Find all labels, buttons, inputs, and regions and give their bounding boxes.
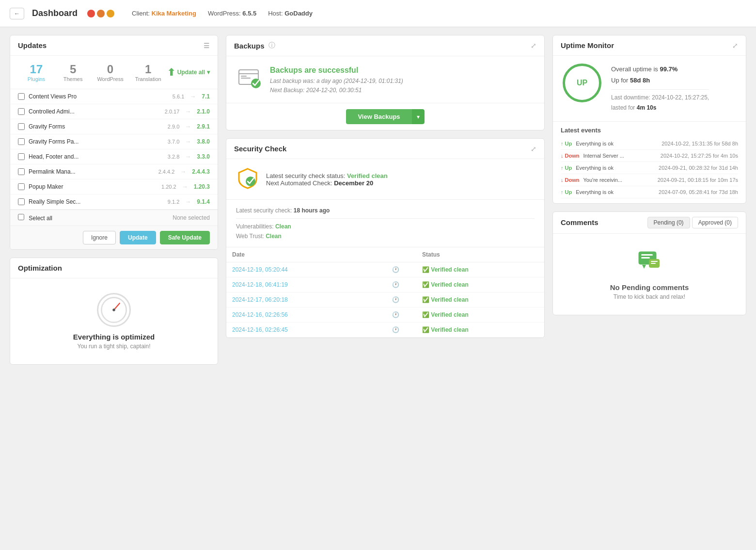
pending-tab[interactable]: Pending (0) (647, 217, 690, 228)
plugins-label: Plugins (24, 76, 49, 82)
check-status: ✅ Verified clean (416, 262, 544, 277)
version-arrow-icon: → (185, 123, 191, 130)
back-button[interactable]: ← (10, 8, 24, 19)
event-row: ↑ Up Everything is ok 2024-10-22, 15:31:… (561, 138, 738, 150)
events-section: Latest events ↑ Up Everything is ok 2024… (553, 122, 746, 203)
security-details: Latest security check: 18 hours ago Vuln… (226, 200, 544, 247)
security-expand-icon[interactable]: ⤢ (531, 145, 536, 153)
select-all-label[interactable]: Select all (18, 214, 52, 222)
optimization-title: Optimization (18, 264, 62, 272)
clock-icon: 🕐 (375, 292, 416, 307)
optimization-card: Optimization Everything is optimized You… (10, 258, 218, 365)
plugin-from-version: 2.4.4.2 (158, 169, 175, 175)
backup-checkmark-icon (238, 66, 262, 95)
plugin-checkbox[interactable] (18, 93, 25, 100)
check-date[interactable]: 2024-12-18, 06:41:19 (226, 277, 375, 292)
event-desc: Internal Server ... (583, 153, 657, 159)
latest-check-row: Latest security check: 18 hours ago (236, 206, 535, 215)
stat-translation[interactable]: 1 Translation (129, 61, 167, 84)
check-date[interactable]: 2024-12-16, 02:26:45 (226, 323, 375, 338)
event-desc: You're receivin... (583, 177, 654, 183)
plugin-checkbox[interactable] (18, 153, 25, 160)
up-for: Up for 58d 8h (611, 75, 709, 86)
dot-orange1 (97, 10, 105, 17)
plugin-checkbox[interactable] (18, 198, 25, 205)
plugin-from-version: 2.0.17 (165, 109, 180, 114)
version-arrow-icon: → (182, 183, 188, 190)
backups-title: Backups (234, 42, 265, 50)
security-check-row: 2024-12-16, 02:26:45 🕐 ✅ Verified clean (226, 323, 544, 338)
info-icon[interactable]: ⓘ (268, 41, 275, 50)
svg-point-3 (112, 308, 115, 311)
check-date[interactable]: 2024-12-16, 02:26:56 (226, 307, 375, 323)
view-backups-dropdown[interactable]: ▾ (412, 109, 425, 124)
translation-label: Translation (135, 76, 161, 82)
plugin-checkbox[interactable] (18, 168, 25, 175)
plugin-name: Gravity Forms (29, 123, 164, 130)
latest-check-label: Latest security check: (236, 207, 292, 214)
vulnerabilities-label: Vulnerabilities: (236, 223, 274, 230)
plugin-checkbox[interactable] (18, 108, 25, 115)
topbar-meta: Client: Kika Marketing WordPress: 6.5.5 … (132, 10, 313, 17)
security-title: Security Check (234, 145, 286, 153)
last-backup-label: Last backup was: (270, 78, 316, 84)
plugin-name: Controlled Admi... (29, 108, 161, 115)
wp-meta: WordPress: 6.5.5 (208, 10, 256, 17)
ignore-button[interactable]: Ignore (83, 231, 116, 244)
event-desc: Everything is ok (576, 141, 658, 146)
backups-card: Backups ⓘ ⤢ Backups ar (226, 35, 545, 130)
optimization-header: Optimization (10, 258, 218, 278)
plugin-checkbox[interactable] (18, 123, 25, 130)
page-title: Dashboard (32, 8, 78, 18)
select-all-row: Select all None selected (10, 210, 218, 226)
approved-tab[interactable]: Approved (0) (692, 217, 738, 228)
gauge-circle (97, 293, 131, 327)
plugin-checkbox[interactable] (18, 138, 25, 145)
uptime-expand-icon[interactable]: ⤢ (732, 42, 738, 49)
up-for-value: 58d 8h (630, 77, 650, 84)
expand-icon[interactable]: ⤢ (531, 42, 536, 49)
latest-check-time: 18 hours ago (294, 207, 330, 214)
stat-themes[interactable]: 5 Themes (55, 61, 92, 84)
security-status-label: Latest security check status: (266, 172, 345, 179)
event-time: 2024-10-22, 15:31:35 for 58d 8h (662, 141, 738, 146)
plugin-row: Popup Maker 1.20.2 → 1.20.3 (10, 179, 218, 194)
uptime-body: UP Overall uptime is 99.7% Up for 58d 8h… (553, 56, 746, 122)
update-actions: Ignore Update Safe Update (10, 226, 218, 249)
updates-stats-row: 17 Plugins 5 Themes 0 WordPress 1 Transl… (10, 56, 218, 89)
check-date[interactable]: 2024-12-17, 06:20:18 (226, 292, 375, 307)
optimization-status-subtitle: You run a tight ship, captain! (78, 343, 151, 350)
updates-header: Updates ☰ (10, 35, 218, 56)
update-button[interactable]: Update (120, 231, 156, 244)
check-date[interactable]: 2024-12-19, 05:20:44 (226, 262, 375, 277)
uptime-card: Uptime Monitor ⤢ UP Overall uptime is 99… (552, 35, 746, 204)
uptime-circle: UP (563, 64, 601, 102)
svg-rect-17 (651, 263, 656, 264)
plugin-name: Popup Maker (29, 183, 158, 190)
plugin-from-version: 9.1.2 (168, 199, 179, 205)
plugin-checkbox[interactable] (18, 183, 25, 190)
event-row: ↑ Up Everything is ok 2024-07-09, 05:28:… (561, 186, 738, 198)
plugin-row: Really Simple Sec... 9.1.2 → 9.1.4 (10, 194, 218, 210)
host-name: GoDaddy (284, 10, 313, 17)
security-check-row: 2024-12-16, 02:26:56 🕐 ✅ Verified clean (226, 307, 544, 323)
stat-wordpress[interactable]: 0 WordPress (91, 61, 129, 84)
plugin-row: Content Views Pro 5.6.1 → 7.1 (10, 89, 218, 104)
updates-menu-icon[interactable]: ☰ (204, 42, 210, 49)
update-all-button[interactable]: ⬆ Update all ▾ (167, 66, 210, 78)
backups-header: Backups ⓘ ⤢ (226, 35, 544, 56)
version-arrow-icon: → (180, 168, 186, 175)
security-header: Security Check ⤢ (226, 139, 544, 159)
check-status: ✅ Verified clean (416, 292, 544, 307)
uptime-title: Uptime Monitor (561, 41, 614, 49)
plugins-list: Content Views Pro 5.6.1 → 7.1 Controlled… (10, 89, 218, 210)
select-all-checkbox[interactable] (18, 214, 24, 220)
backup-status-area: Backups are successful Last backup was: … (226, 56, 544, 103)
date-col-header: Date (226, 247, 375, 262)
stat-plugins[interactable]: 17 Plugins (18, 61, 55, 84)
comments-header: Comments Pending (0) Approved (0) (553, 212, 746, 234)
client-name[interactable]: Kika Marketing (152, 10, 196, 17)
svg-marker-14 (642, 265, 646, 269)
safe-update-button[interactable]: Safe Update (160, 231, 210, 244)
view-backups-button[interactable]: View Backups (346, 109, 411, 124)
